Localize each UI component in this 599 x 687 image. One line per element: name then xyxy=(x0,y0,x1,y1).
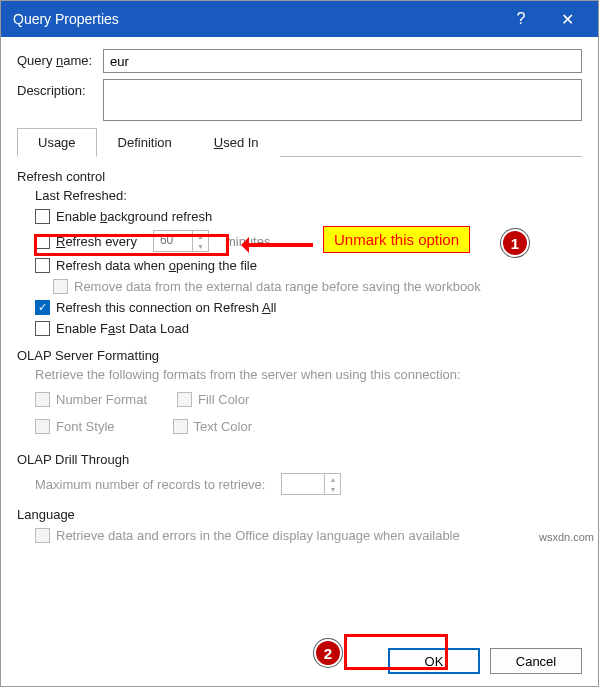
language-checkbox xyxy=(35,528,50,543)
spinner-up-icon: ▲ xyxy=(325,474,340,484)
dialog-title: Query Properties xyxy=(13,11,498,27)
watermark: wsxdn.com xyxy=(539,531,594,543)
tab-used-in[interactable]: Used In xyxy=(193,128,280,157)
help-button[interactable]: ? xyxy=(498,1,544,37)
tab-usage[interactable]: Usage xyxy=(17,128,97,157)
titlebar: Query Properties ? ✕ xyxy=(1,1,598,37)
olap-format-title: OLAP Server Formatting xyxy=(17,348,582,363)
font-style-label: Font Style xyxy=(56,419,115,434)
dialog-footer: OK Cancel xyxy=(388,648,582,674)
query-properties-dialog: Query Properties ? ✕ Query name: Descrip… xyxy=(0,0,599,687)
refresh-every-label: Refresh every xyxy=(56,234,137,249)
last-refreshed-label: Last Refreshed: xyxy=(35,188,582,203)
dialog-body: Query name: Description: Usage Definitio… xyxy=(1,37,598,543)
close-button[interactable]: ✕ xyxy=(544,1,590,37)
fill-color-checkbox xyxy=(177,392,192,407)
refresh-control-title: Refresh control xyxy=(17,169,582,184)
refresh-control-section: Refresh control Last Refreshed: Enable b… xyxy=(17,169,582,336)
tab-definition[interactable]: Definition xyxy=(97,128,193,157)
queryname-input[interactable] xyxy=(103,49,582,73)
spinner-down-icon: ▼ xyxy=(325,484,340,494)
fast-data-load-label: Enable Fast Data Load xyxy=(56,321,189,336)
language-section: Language Retrieve data and errors in the… xyxy=(17,507,582,543)
refresh-every-checkbox[interactable] xyxy=(35,234,50,249)
olap-drill-title: OLAP Drill Through xyxy=(17,452,582,467)
spinner-up-icon[interactable]: ▲ xyxy=(193,231,208,241)
max-records-label: Maximum number of records to retrieve: xyxy=(35,477,265,492)
annotation-arrow xyxy=(243,243,313,247)
olap-drill-section: OLAP Drill Through Maximum number of rec… xyxy=(17,452,582,495)
remove-data-label: Remove data from the external data range… xyxy=(74,279,481,294)
text-color-label: Text Color xyxy=(194,419,253,434)
description-input[interactable] xyxy=(103,79,582,121)
description-label: Description: xyxy=(17,79,103,98)
refresh-on-open-checkbox[interactable] xyxy=(35,258,50,273)
refresh-on-open-label: Refresh data when opening the file xyxy=(56,258,257,273)
annotation-badge-1: 1 xyxy=(501,229,529,257)
queryname-label: Query name: xyxy=(17,49,103,68)
fill-color-label: Fill Color xyxy=(198,392,249,407)
spinner-down-icon[interactable]: ▼ xyxy=(193,241,208,251)
number-format-checkbox xyxy=(35,392,50,407)
enable-bg-refresh-checkbox[interactable] xyxy=(35,209,50,224)
olap-format-desc: Retrieve the following formats from the … xyxy=(35,367,582,382)
number-format-label: Number Format xyxy=(56,392,147,407)
tab-strip: Usage Definition Used In xyxy=(17,127,582,157)
ok-button[interactable]: OK xyxy=(388,648,480,674)
annotation-callout: Unmark this option xyxy=(323,226,470,253)
text-color-checkbox xyxy=(173,419,188,434)
refresh-every-spinner[interactable]: 60 ▲▼ xyxy=(153,230,209,252)
max-records-spinner: ▲▼ xyxy=(281,473,341,495)
cancel-button[interactable]: Cancel xyxy=(490,648,582,674)
annotation-badge-2: 2 xyxy=(314,639,342,667)
fast-data-load-checkbox[interactable] xyxy=(35,321,50,336)
enable-bg-refresh-label: Enable background refresh xyxy=(56,209,212,224)
refresh-all-checkbox[interactable]: ✓ xyxy=(35,300,50,315)
olap-format-section: OLAP Server Formatting Retrieve the foll… xyxy=(17,348,582,440)
language-title: Language xyxy=(17,507,582,522)
font-style-checkbox xyxy=(35,419,50,434)
language-label: Retrieve data and errors in the Office d… xyxy=(56,528,460,543)
refresh-all-label: Refresh this connection on Refresh All xyxy=(56,300,276,315)
remove-data-checkbox xyxy=(53,279,68,294)
